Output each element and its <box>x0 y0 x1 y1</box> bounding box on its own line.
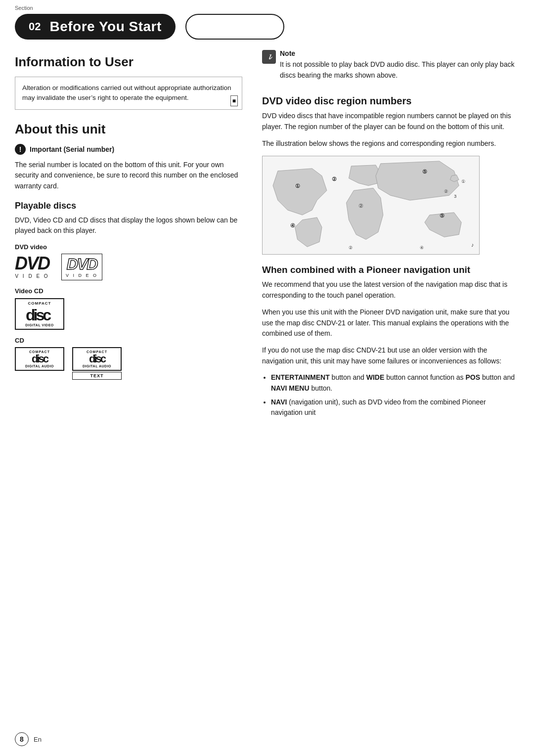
section-label: Section <box>15 5 33 11</box>
important-label: Important (Serial number) <box>30 145 114 153</box>
cd-logo-text-wrapper: COMPACT disc DIGITAL AUDIO TEXT <box>72 347 122 380</box>
world-map: ① ② ④ ⑤ ⑤ ② ① ② 3 ② ④ ♪ <box>262 156 480 255</box>
left-column: Information to User Alteration or modifi… <box>15 49 257 421</box>
svg-text:⑤: ⑤ <box>422 169 427 175</box>
language-label: En <box>34 736 42 743</box>
section-number: 02 <box>29 20 41 33</box>
info-to-user-box: Alteration or modifications carried out … <box>15 77 242 110</box>
playable-discs-title: Playable discs <box>15 201 242 211</box>
about-unit-title: About this unit <box>15 122 242 137</box>
info-to-user-text: Alteration or modifications carried out … <box>22 84 231 101</box>
pioneer-nav-body3: If you do not use the map disc CNDV-21 b… <box>262 345 519 366</box>
list-item: ENTERTAINMENT button and WIDE button can… <box>271 372 519 394</box>
note-icon: 𝓵 <box>262 50 276 64</box>
bullet-text-2: NAVI (navigation unit), such as DVD vide… <box>271 398 486 417</box>
cd-text-badge: TEXT <box>72 372 122 380</box>
svg-text:②: ② <box>445 189 448 194</box>
dvd-text-filled: DVD <box>15 255 49 272</box>
dvd-logo-filled: DVD V I D E O <box>15 255 49 279</box>
video-cd-label: Video CD <box>15 287 242 295</box>
info-box-icon: ■ <box>230 95 238 106</box>
dvd-region-title: DVD video disc region numbers <box>262 95 519 107</box>
right-column: 𝓵 Note It is not possible to play back D… <box>257 49 519 421</box>
dvd-subtext-outlined: V I D E O <box>66 273 98 278</box>
svg-text:④: ④ <box>420 246 424 251</box>
pioneer-nav-body2: When you use this unit with the Pioneer … <box>262 307 519 339</box>
dvd-subtext-filled: V I D E O <box>15 273 49 279</box>
dvd-text-outlined: DVD <box>67 256 97 272</box>
vcd-logo: COMPACT disc DIGITAL VIDEO <box>15 298 64 330</box>
svg-text:②: ② <box>358 203 363 209</box>
pioneer-nav-title: When combined with a Pioneer navigation … <box>262 265 519 275</box>
note-box: 𝓵 Note It is not possible to play back D… <box>262 49 519 87</box>
svg-text:②: ② <box>349 246 353 251</box>
vcd-compact-text: COMPACT <box>28 301 51 306</box>
info-to-user-title: Information to User <box>15 54 242 70</box>
page-number: 8 <box>15 732 29 746</box>
svg-text:♪: ♪ <box>471 242 474 248</box>
world-map-svg: ① ② ④ ⑤ ⑤ ② ① ② 3 ② ④ ♪ <box>263 156 479 254</box>
dvd-logos: DVD V I D E O DVD V I D E O <box>15 254 242 280</box>
cd-logo-text: COMPACT disc DIGITAL AUDIO <box>72 347 122 371</box>
cd-digital-audio-text2: DIGITAL AUDIO <box>83 364 111 368</box>
vcd-disc-row: disc <box>25 306 54 323</box>
cd-disc-text2: disc <box>89 354 105 364</box>
pioneer-nav-body1: We recommend that you use the latest ver… <box>262 279 519 301</box>
bullet-list: ENTERTAINMENT button and WIDE button can… <box>271 372 519 418</box>
svg-text:①: ① <box>295 183 300 189</box>
svg-text:②: ② <box>332 176 337 182</box>
bullet-text-1: ENTERTAINMENT button and WIDE button can… <box>271 373 515 392</box>
cd-logo-digital-audio: COMPACT disc DIGITAL AUDIO <box>15 347 64 371</box>
important-icon: ! <box>15 144 26 155</box>
cd-logos: COMPACT disc DIGITAL AUDIO COMPACT disc … <box>15 347 242 380</box>
note-content: Note It is not possible to play back DVD… <box>280 49 519 87</box>
page-footer: 8 En <box>15 732 42 746</box>
header: 02 Before You Start <box>0 0 534 44</box>
svg-text:disc: disc <box>26 306 51 323</box>
playable-discs-body: DVD, Video CD and CD discs that display … <box>15 215 242 236</box>
vcd-digital-video-text: DIGITAL VIDEO <box>25 323 54 327</box>
svg-text:①: ① <box>461 179 465 184</box>
important-body: The serial number is located on the bott… <box>15 160 242 192</box>
section-pill: 02 Before You Start <box>15 14 176 40</box>
dvd-region-body2: The illustration below shows the regions… <box>262 138 519 149</box>
cd-label: CD <box>15 337 242 344</box>
list-item: NAVI (navigation unit), such as DVD vide… <box>271 397 519 418</box>
dvd-video-label: DVD video <box>15 243 242 251</box>
header-right-pill <box>185 14 284 40</box>
dvd-logo-outlined: DVD V I D E O <box>61 254 102 280</box>
main-content: Information to User Alteration or modifi… <box>0 44 534 436</box>
vcd-disc-svg: disc <box>25 306 54 323</box>
page-title: Before You Start <box>49 19 161 35</box>
svg-text:3: 3 <box>454 194 456 199</box>
note-label: Note <box>280 49 519 57</box>
svg-text:④: ④ <box>290 222 295 228</box>
dvd-region-body: DVD video discs that have incompatible r… <box>262 111 519 132</box>
cd-digital-audio-text: DIGITAL AUDIO <box>25 364 54 368</box>
important-notice: ! Important (Serial number) <box>15 144 242 155</box>
svg-text:⑤: ⑤ <box>440 213 445 219</box>
note-text: It is not possible to play back DVD audi… <box>280 59 519 81</box>
cd-disc-text: disc <box>32 354 47 364</box>
